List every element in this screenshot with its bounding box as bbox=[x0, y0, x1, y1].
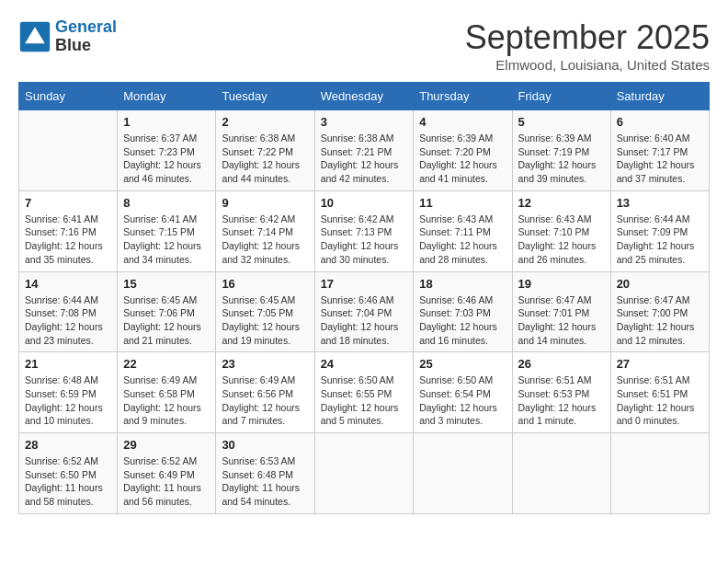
day-detail: Sunrise: 6:49 AMSunset: 6:58 PMDaylight:… bbox=[123, 373, 210, 428]
day-number: 1 bbox=[123, 115, 210, 129]
title-area: September 2025 Elmwood, Louisiana, Unite… bbox=[465, 18, 710, 73]
day-detail: Sunrise: 6:39 AMSunset: 7:19 PMDaylight:… bbox=[518, 132, 605, 186]
day-number: 28 bbox=[25, 438, 111, 452]
calendar-cell: 7Sunrise: 6:41 AMSunset: 7:16 PMDaylight… bbox=[19, 190, 118, 271]
day-detail: Sunrise: 6:42 AMSunset: 7:13 PMDaylight:… bbox=[321, 213, 408, 267]
day-detail: Sunrise: 6:41 AMSunset: 7:15 PMDaylight:… bbox=[123, 213, 210, 267]
day-number: 18 bbox=[419, 277, 506, 291]
calendar-cell: 28Sunrise: 6:52 AMSunset: 6:50 PMDayligh… bbox=[19, 433, 118, 514]
calendar-cell: 19Sunrise: 6:47 AMSunset: 7:01 PMDayligh… bbox=[512, 271, 610, 352]
day-detail: Sunrise: 6:47 AMSunset: 7:01 PMDaylight:… bbox=[518, 293, 605, 348]
day-number: 25 bbox=[419, 357, 506, 371]
calendar-cell: 13Sunrise: 6:44 AMSunset: 7:09 PMDayligh… bbox=[610, 190, 709, 271]
day-detail: Sunrise: 6:40 AMSunset: 7:17 PMDaylight:… bbox=[617, 132, 703, 186]
day-number: 26 bbox=[518, 357, 605, 371]
day-number: 15 bbox=[123, 277, 210, 291]
day-header-monday: Monday bbox=[118, 83, 216, 110]
day-detail: Sunrise: 6:42 AMSunset: 7:14 PMDaylight:… bbox=[222, 213, 308, 267]
day-number: 12 bbox=[518, 196, 605, 210]
day-number: 17 bbox=[321, 277, 408, 291]
calendar-cell: 5Sunrise: 6:39 AMSunset: 7:19 PMDaylight… bbox=[512, 110, 610, 191]
page-header: General Blue September 2025 Elmwood, Lou… bbox=[18, 18, 710, 73]
day-detail: Sunrise: 6:45 AMSunset: 7:05 PMDaylight:… bbox=[222, 293, 308, 348]
day-number: 10 bbox=[321, 196, 408, 210]
day-number: 16 bbox=[222, 277, 308, 291]
week-row-3: 14Sunrise: 6:44 AMSunset: 7:08 PMDayligh… bbox=[19, 271, 710, 352]
logo: General Blue bbox=[18, 18, 117, 55]
day-header-sunday: Sunday bbox=[19, 83, 118, 110]
day-detail: Sunrise: 6:46 AMSunset: 7:03 PMDaylight:… bbox=[419, 293, 506, 348]
calendar-cell: 25Sunrise: 6:50 AMSunset: 6:54 PMDayligh… bbox=[414, 352, 512, 433]
calendar-cell bbox=[314, 433, 414, 514]
day-header-thursday: Thursday bbox=[414, 83, 512, 110]
day-detail: Sunrise: 6:49 AMSunset: 6:56 PMDaylight:… bbox=[222, 373, 308, 428]
day-detail: Sunrise: 6:45 AMSunset: 7:06 PMDaylight:… bbox=[123, 293, 210, 348]
calendar-cell: 1Sunrise: 6:37 AMSunset: 7:23 PMDaylight… bbox=[118, 110, 216, 191]
calendar-cell: 17Sunrise: 6:46 AMSunset: 7:04 PMDayligh… bbox=[314, 271, 414, 352]
day-detail: Sunrise: 6:44 AMSunset: 7:09 PMDaylight:… bbox=[617, 213, 703, 267]
day-detail: Sunrise: 6:50 AMSunset: 6:55 PMDaylight:… bbox=[321, 373, 408, 428]
day-detail: Sunrise: 6:43 AMSunset: 7:11 PMDaylight:… bbox=[419, 213, 506, 267]
day-detail: Sunrise: 6:48 AMSunset: 6:59 PMDaylight:… bbox=[25, 373, 111, 428]
calendar-cell: 8Sunrise: 6:41 AMSunset: 7:15 PMDaylight… bbox=[118, 190, 216, 271]
calendar-cell: 23Sunrise: 6:49 AMSunset: 6:56 PMDayligh… bbox=[216, 352, 314, 433]
month-title: September 2025 bbox=[465, 18, 710, 57]
day-number: 5 bbox=[518, 115, 605, 129]
day-detail: Sunrise: 6:38 AMSunset: 7:22 PMDaylight:… bbox=[222, 132, 308, 186]
calendar-cell bbox=[512, 433, 610, 514]
day-detail: Sunrise: 6:44 AMSunset: 7:08 PMDaylight:… bbox=[25, 293, 111, 348]
day-detail: Sunrise: 6:47 AMSunset: 7:00 PMDaylight:… bbox=[617, 293, 703, 348]
calendar-cell: 26Sunrise: 6:51 AMSunset: 6:53 PMDayligh… bbox=[512, 352, 610, 433]
day-detail: Sunrise: 6:38 AMSunset: 7:21 PMDaylight:… bbox=[321, 132, 408, 186]
day-number: 7 bbox=[25, 196, 111, 210]
location-title: Elmwood, Louisiana, United States bbox=[465, 57, 710, 73]
week-row-4: 21Sunrise: 6:48 AMSunset: 6:59 PMDayligh… bbox=[19, 352, 710, 433]
day-number: 30 bbox=[222, 438, 308, 452]
day-number: 27 bbox=[617, 357, 703, 371]
day-header-friday: Friday bbox=[512, 83, 610, 110]
day-header-saturday: Saturday bbox=[610, 83, 709, 110]
day-number: 13 bbox=[617, 196, 703, 210]
day-detail: Sunrise: 6:39 AMSunset: 7:20 PMDaylight:… bbox=[419, 132, 506, 186]
calendar-cell: 9Sunrise: 6:42 AMSunset: 7:14 PMDaylight… bbox=[216, 190, 314, 271]
day-detail: Sunrise: 6:51 AMSunset: 6:53 PMDaylight:… bbox=[518, 373, 605, 428]
calendar-cell bbox=[414, 433, 512, 514]
day-number: 11 bbox=[419, 196, 506, 210]
day-number: 19 bbox=[518, 277, 605, 291]
day-detail: Sunrise: 6:46 AMSunset: 7:04 PMDaylight:… bbox=[321, 293, 408, 348]
day-number: 23 bbox=[222, 357, 308, 371]
day-number: 20 bbox=[617, 277, 703, 291]
calendar-cell bbox=[610, 433, 709, 514]
calendar-cell: 27Sunrise: 6:51 AMSunset: 6:51 PMDayligh… bbox=[610, 352, 709, 433]
day-number: 8 bbox=[123, 196, 210, 210]
day-detail: Sunrise: 6:43 AMSunset: 7:10 PMDaylight:… bbox=[518, 213, 605, 267]
calendar-cell: 20Sunrise: 6:47 AMSunset: 7:00 PMDayligh… bbox=[610, 271, 709, 352]
logo-text: General Blue bbox=[55, 18, 117, 55]
logo-icon bbox=[18, 20, 51, 53]
day-number: 6 bbox=[617, 115, 703, 129]
day-detail: Sunrise: 6:37 AMSunset: 7:23 PMDaylight:… bbox=[123, 132, 210, 186]
day-detail: Sunrise: 6:41 AMSunset: 7:16 PMDaylight:… bbox=[25, 213, 111, 267]
day-number: 9 bbox=[222, 196, 308, 210]
calendar-cell: 30Sunrise: 6:53 AMSunset: 6:48 PMDayligh… bbox=[216, 433, 314, 514]
day-number: 24 bbox=[321, 357, 408, 371]
calendar-cell: 14Sunrise: 6:44 AMSunset: 7:08 PMDayligh… bbox=[19, 271, 118, 352]
calendar-cell: 18Sunrise: 6:46 AMSunset: 7:03 PMDayligh… bbox=[414, 271, 512, 352]
calendar-cell: 16Sunrise: 6:45 AMSunset: 7:05 PMDayligh… bbox=[216, 271, 314, 352]
calendar-cell: 15Sunrise: 6:45 AMSunset: 7:06 PMDayligh… bbox=[118, 271, 216, 352]
day-number: 21 bbox=[25, 357, 111, 371]
day-header-tuesday: Tuesday bbox=[216, 83, 314, 110]
week-row-5: 28Sunrise: 6:52 AMSunset: 6:50 PMDayligh… bbox=[19, 433, 710, 514]
calendar-cell: 6Sunrise: 6:40 AMSunset: 7:17 PMDaylight… bbox=[610, 110, 709, 191]
week-row-1: 1Sunrise: 6:37 AMSunset: 7:23 PMDaylight… bbox=[19, 110, 710, 191]
calendar-header-row: SundayMondayTuesdayWednesdayThursdayFrid… bbox=[19, 83, 710, 110]
day-header-wednesday: Wednesday bbox=[314, 83, 414, 110]
day-number: 3 bbox=[321, 115, 408, 129]
day-number: 14 bbox=[25, 277, 111, 291]
calendar-body: 1Sunrise: 6:37 AMSunset: 7:23 PMDaylight… bbox=[19, 110, 710, 514]
day-number: 4 bbox=[419, 115, 506, 129]
day-detail: Sunrise: 6:50 AMSunset: 6:54 PMDaylight:… bbox=[419, 373, 506, 428]
calendar-cell: 21Sunrise: 6:48 AMSunset: 6:59 PMDayligh… bbox=[19, 352, 118, 433]
calendar-cell: 4Sunrise: 6:39 AMSunset: 7:20 PMDaylight… bbox=[414, 110, 512, 191]
calendar-cell: 29Sunrise: 6:52 AMSunset: 6:49 PMDayligh… bbox=[118, 433, 216, 514]
